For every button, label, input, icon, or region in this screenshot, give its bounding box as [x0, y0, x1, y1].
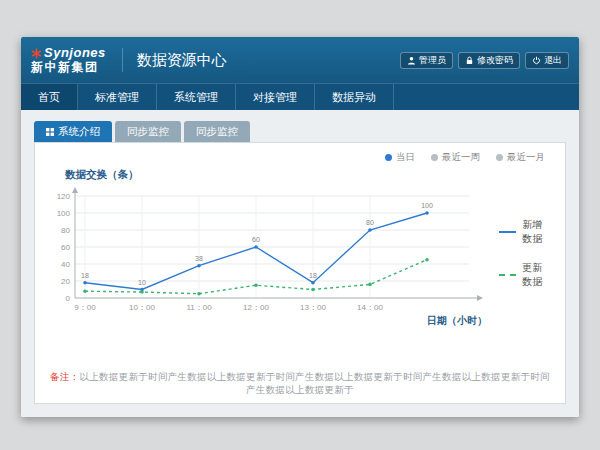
change-password-button[interactable]: 修改密码: [458, 52, 520, 69]
series-label-new-data: 新增数据: [522, 218, 551, 246]
svg-text:120: 120: [57, 192, 71, 201]
company-name: 新中新集团: [31, 61, 106, 75]
app-window: Synjones 新中新集团 数据资源中心 管理员 修改密码: [21, 37, 579, 417]
svg-text:100: 100: [421, 202, 433, 209]
svg-text:9：00: 9：00: [74, 303, 96, 312]
grid-icon: [46, 128, 54, 136]
footnote-text: 以上数据更新于时间产生数据以上数据更新于时间产生数据以上数据更新于时间产生数据以…: [80, 371, 550, 395]
tab-sync-monitor-1[interactable]: 同步监控: [115, 121, 181, 142]
logout-label: 退出: [544, 54, 562, 67]
tab-sync-monitor-1-label: 同步监控: [127, 125, 169, 139]
svg-text:38: 38: [195, 255, 203, 262]
footnote: 备注：以上数据更新于时间产生数据以上数据更新于时间产生数据以上数据更新于时间产生…: [49, 371, 551, 397]
svg-text:80: 80: [61, 226, 70, 235]
svg-text:0: 0: [66, 294, 71, 303]
svg-text:13：00: 13：00: [300, 303, 326, 312]
nav-item-connect-mgmt[interactable]: 对接管理: [236, 84, 315, 110]
svg-text:40: 40: [61, 260, 70, 269]
tab-sync-monitor-2[interactable]: 同步监控: [184, 121, 250, 142]
svg-text:18: 18: [81, 272, 89, 279]
svg-text:11：00: 11：00: [186, 303, 212, 312]
svg-text:60: 60: [61, 243, 70, 252]
series-line-new-data: [499, 231, 516, 233]
series-label-updated-data: 更新数据: [522, 261, 551, 289]
legend-label-last-month: 最近一月: [507, 151, 545, 164]
series-legend-updated-data[interactable]: 更新数据: [499, 261, 551, 289]
logout-button[interactable]: 退出: [525, 52, 569, 69]
chart-row: 0204060801001209：0010：0011：0012：0013：001…: [49, 182, 551, 363]
admin-user-button[interactable]: 管理员: [400, 52, 453, 69]
time-range-legend: 当日 最近一周 最近一月: [49, 151, 551, 164]
legend-dot-last-week: [431, 154, 438, 161]
tab-sync-monitor-2-label: 同步监控: [196, 125, 238, 139]
page-title: 数据资源中心: [122, 48, 227, 72]
svg-text:18: 18: [309, 272, 317, 279]
chart-panel: 当日 最近一周 最近一月 数据交换（条） 0204060801001209：00…: [34, 142, 566, 404]
logo-star-icon: [31, 48, 42, 59]
tab-system-intro-label: 系统介绍: [58, 125, 100, 139]
svg-text:60: 60: [252, 236, 260, 243]
legend-dot-last-month: [496, 154, 503, 161]
nav-item-home[interactable]: 首页: [21, 84, 78, 110]
app-header: Synjones 新中新集团 数据资源中心 管理员 修改密码: [21, 37, 579, 83]
logo-text: Synjones: [44, 46, 106, 61]
legend-dot-today: [385, 154, 392, 161]
legend-item-today[interactable]: 当日: [385, 151, 415, 164]
nav-item-standard-mgmt[interactable]: 标准管理: [78, 84, 157, 110]
series-legend: 新增数据 更新数据: [499, 218, 551, 363]
change-password-label: 修改密码: [477, 54, 513, 67]
logout-icon: [532, 56, 541, 65]
tab-system-intro[interactable]: 系统介绍: [34, 121, 112, 142]
line-chart: 0204060801001209：0010：0011：0012：0013：001…: [49, 182, 493, 332]
content-area: 系统介绍 同步监控 同步监控 当日 最近一周: [21, 110, 579, 417]
nav-item-system-mgmt[interactable]: 系统管理: [157, 84, 236, 110]
lock-icon: [465, 56, 474, 65]
legend-label-last-week: 最近一周: [442, 151, 480, 164]
legend-item-last-month[interactable]: 最近一月: [496, 151, 545, 164]
svg-text:12：00: 12：00: [243, 303, 269, 312]
brand-logo: Synjones 新中新集团: [31, 46, 106, 75]
y-axis-title: 数据交换（条）: [65, 168, 551, 182]
svg-text:日期（小时）: 日期（小时）: [427, 315, 487, 326]
header-actions: 管理员 修改密码 退出: [400, 52, 569, 69]
svg-text:80: 80: [366, 219, 374, 226]
svg-text:10: 10: [138, 279, 146, 286]
admin-user-label: 管理员: [419, 54, 446, 67]
legend-item-last-week[interactable]: 最近一周: [431, 151, 480, 164]
footnote-prefix: 备注：: [50, 371, 79, 382]
svg-text:14：00: 14：00: [357, 303, 383, 312]
user-icon: [407, 56, 416, 65]
svg-text:100: 100: [57, 209, 71, 218]
legend-label-today: 当日: [396, 151, 415, 164]
svg-text:20: 20: [61, 277, 70, 286]
tab-bar: 系统介绍 同步监控 同步监控: [34, 121, 566, 142]
nav-item-data-change[interactable]: 数据异动: [315, 84, 394, 110]
series-line-updated-data: [499, 274, 516, 276]
main-nav: 首页 标准管理 系统管理 对接管理 数据异动: [21, 83, 579, 110]
svg-text:10：00: 10：00: [129, 303, 155, 312]
series-legend-new-data[interactable]: 新增数据: [499, 218, 551, 246]
